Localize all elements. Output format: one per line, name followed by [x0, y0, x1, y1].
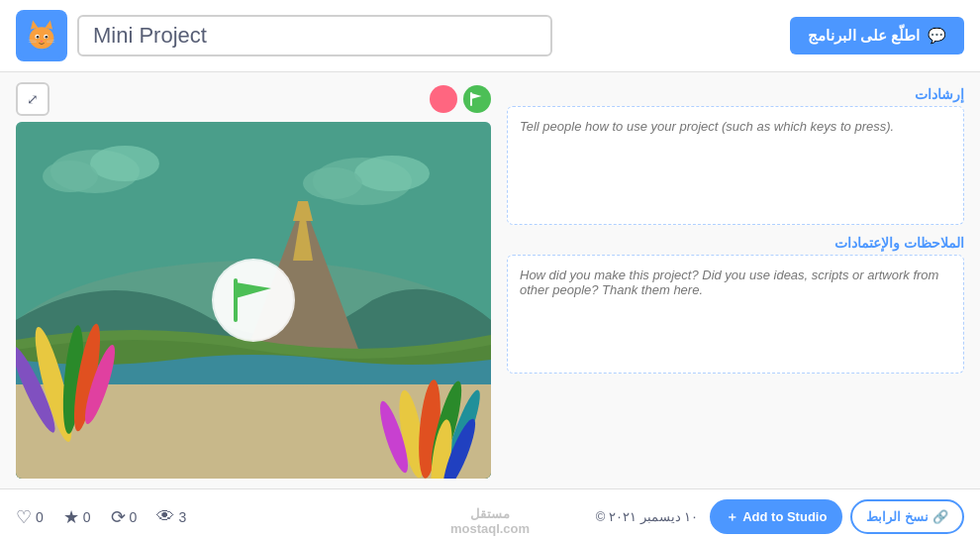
star-icon: ★	[63, 506, 79, 528]
bottom-bar: ♡ 0 ★ 0 ⟳ 0 👁 3 مستقل mostaql.com ١٠ ديس…	[0, 488, 980, 539]
svg-point-1	[30, 27, 54, 49]
svg-point-15	[90, 146, 159, 181]
notes-box[interactable]	[507, 255, 964, 374]
copy-link-button[interactable]: 🔗 نسخ الرابط	[850, 499, 964, 534]
add-studio-label: Add to Studio	[742, 509, 827, 524]
svg-point-16	[43, 161, 98, 192]
loves-count: 0	[36, 509, 44, 525]
instructions-label: إرشادات	[507, 86, 964, 102]
bottom-right: ١٠ ديسمبر ٢٠٢١ © ＋ Add to Studio 🔗 نسخ ا…	[596, 499, 964, 534]
views-count: 3	[178, 509, 186, 525]
stars-count: 0	[83, 509, 91, 525]
svg-point-18	[354, 156, 430, 191]
instructions-textarea[interactable]	[520, 119, 951, 208]
left-panel: ⤢	[16, 82, 491, 479]
header: 💬 اطلّع على البرنامج	[0, 0, 980, 72]
main-content: ⤢	[0, 72, 980, 488]
player-controls: ⤢	[16, 82, 491, 116]
svg-point-19	[303, 167, 362, 199]
eye-icon: 👁	[156, 506, 174, 527]
see-inside-icon: 💬	[928, 27, 946, 45]
action-buttons: ＋ Add to Studio 🔗 نسخ الرابط	[710, 499, 964, 534]
add-to-studio-button[interactable]: ＋ Add to Studio	[710, 499, 842, 534]
notes-section: الملاحظات والإعتمادات	[507, 235, 964, 374]
expand-button[interactable]: ⤢	[16, 82, 49, 116]
watermark: مستقل mostaql.com	[450, 507, 530, 536]
watermark-line1: مستقل	[470, 507, 510, 521]
plus-icon: ＋	[726, 508, 738, 526]
remixes-count: 0	[130, 509, 138, 525]
header-left	[16, 10, 552, 61]
loves-stat: ♡ 0	[16, 506, 44, 528]
copy-link-label: نسخ الرابط	[866, 509, 929, 524]
svg-point-5	[46, 36, 49, 39]
views-stat: 👁 3	[156, 506, 186, 527]
remixes-stat: ⟳ 0	[111, 506, 138, 528]
controls-right	[430, 85, 491, 113]
right-panel: إرشادات الملاحظات والإعتمادات	[507, 82, 964, 479]
notes-textarea[interactable]	[520, 268, 951, 357]
stats-area: ♡ 0 ★ 0 ⟳ 0 👁 3	[16, 506, 186, 528]
remix-icon: ⟳	[111, 506, 126, 528]
svg-point-39	[214, 261, 293, 340]
project-canvas	[16, 122, 491, 479]
svg-point-4	[37, 36, 40, 39]
instructions-box[interactable]	[507, 106, 964, 225]
stars-stat: ★ 0	[63, 506, 91, 528]
expand-icon: ⤢	[27, 91, 39, 107]
notes-label: الملاحظات والإعتمادات	[507, 235, 964, 251]
date-label: ١٠ ديسمبر ٢٠٢١ ©	[596, 509, 698, 524]
heart-icon: ♡	[16, 506, 32, 528]
stop-button[interactable]	[430, 85, 457, 113]
watermark-line2: mostaql.com	[450, 522, 530, 536]
see-inside-label: اطلّع على البرنامج	[808, 27, 920, 45]
svg-point-8	[41, 41, 44, 43]
see-inside-button[interactable]: 💬 اطلّع على البرنامج	[790, 17, 964, 54]
link-icon: 🔗	[932, 509, 948, 524]
green-flag-button[interactable]	[463, 85, 491, 113]
instructions-section: إرشادات	[507, 86, 964, 225]
scratch-logo	[16, 10, 67, 61]
project-title-input[interactable]	[77, 15, 552, 56]
